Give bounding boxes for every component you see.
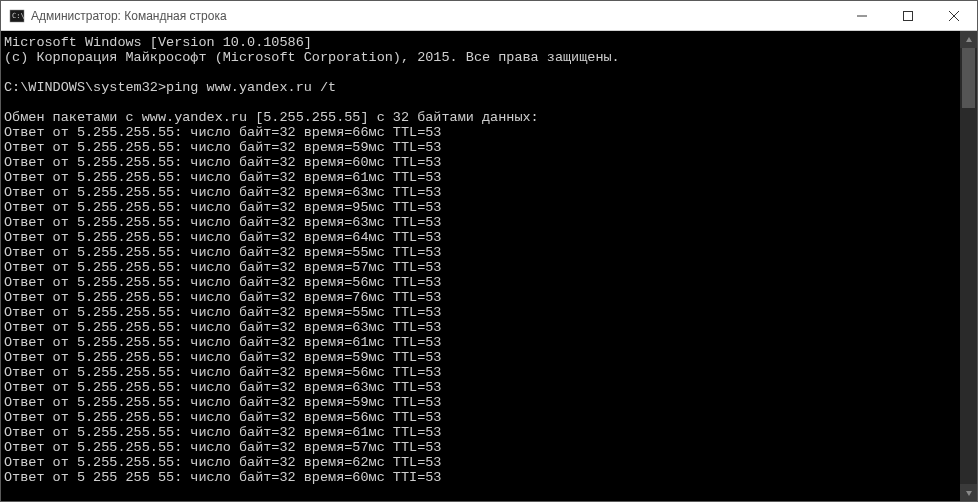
svg-marker-7 xyxy=(966,491,972,496)
ping-reply-line: Ответ от 5.255.255.55: число байт=32 вре… xyxy=(4,380,960,395)
window-controls xyxy=(839,1,977,30)
ping-reply-line-partial: Ответ от 5 255 255 55: число байт=32 вре… xyxy=(4,470,960,485)
ping-reply-line: Ответ от 5.255.255.55: число байт=32 вре… xyxy=(4,365,960,380)
scroll-up-button[interactable] xyxy=(960,31,977,48)
terminal: Microsoft Windows [Version 10.0.10586](c… xyxy=(1,31,977,501)
ping-reply-line: Ответ от 5.255.255.55: число байт=32 вре… xyxy=(4,290,960,305)
ping-reply-line: Ответ от 5.255.255.55: число байт=32 вре… xyxy=(4,335,960,350)
ping-reply-line: Ответ от 5.255.255.55: число байт=32 вре… xyxy=(4,140,960,155)
scrollbar-track[interactable] xyxy=(960,48,977,484)
ping-reply-line: Ответ от 5.255.255.55: число байт=32 вре… xyxy=(4,215,960,230)
ping-reply-line: Ответ от 5.255.255.55: число байт=32 вре… xyxy=(4,260,960,275)
ping-reply-line: Ответ от 5.255.255.55: число байт=32 вре… xyxy=(4,155,960,170)
ping-reply-line: Ответ от 5.255.255.55: число байт=32 вре… xyxy=(4,350,960,365)
scrollbar-thumb[interactable] xyxy=(962,48,975,108)
minimize-button[interactable] xyxy=(839,1,885,30)
blank-line xyxy=(4,95,960,110)
version-line: Microsoft Windows [Version 10.0.10586] xyxy=(4,35,960,50)
cmd-icon: C:\ xyxy=(9,8,25,24)
ping-reply-line: Ответ от 5.255.255.55: число байт=32 вре… xyxy=(4,440,960,455)
ping-reply-line: Ответ от 5.255.255.55: число байт=32 вре… xyxy=(4,410,960,425)
svg-marker-6 xyxy=(966,37,972,42)
exchange-line: Обмен пакетами с www.yandex.ru [5.255.25… xyxy=(4,110,960,125)
blank-line xyxy=(4,65,960,80)
window-title: Администратор: Командная строка xyxy=(31,9,839,23)
ping-reply-line: Ответ от 5.255.255.55: число байт=32 вре… xyxy=(4,200,960,215)
scrollbar xyxy=(960,31,977,501)
svg-rect-3 xyxy=(904,11,913,20)
ping-reply-line: Ответ от 5.255.255.55: число байт=32 вре… xyxy=(4,125,960,140)
ping-reply-line: Ответ от 5.255.255.55: число байт=32 вре… xyxy=(4,230,960,245)
ping-reply-line: Ответ от 5.255.255.55: число байт=32 вре… xyxy=(4,395,960,410)
ping-reply-line: Ответ от 5.255.255.55: число байт=32 вре… xyxy=(4,305,960,320)
ping-reply-line: Ответ от 5.255.255.55: число байт=32 вре… xyxy=(4,170,960,185)
close-button[interactable] xyxy=(931,1,977,30)
prompt-line: C:\WINDOWS\system32>ping www.yandex.ru /… xyxy=(4,80,960,95)
svg-text:C:\: C:\ xyxy=(12,12,25,20)
titlebar: C:\ Администратор: Командная строка xyxy=(1,1,977,31)
ping-reply-line: Ответ от 5.255.255.55: число байт=32 вре… xyxy=(4,275,960,290)
ping-reply-line: Ответ от 5.255.255.55: число байт=32 вре… xyxy=(4,245,960,260)
ping-reply-line: Ответ от 5.255.255.55: число байт=32 вре… xyxy=(4,320,960,335)
maximize-button[interactable] xyxy=(885,1,931,30)
ping-reply-line: Ответ от 5.255.255.55: число байт=32 вре… xyxy=(4,455,960,470)
terminal-output[interactable]: Microsoft Windows [Version 10.0.10586](c… xyxy=(1,31,960,501)
ping-reply-line: Ответ от 5.255.255.55: число байт=32 вре… xyxy=(4,425,960,440)
copyright-line: (c) Корпорация Майкрософт (Microsoft Cor… xyxy=(4,50,960,65)
ping-reply-line: Ответ от 5.255.255.55: число байт=32 вре… xyxy=(4,185,960,200)
scroll-down-button[interactable] xyxy=(960,484,977,501)
